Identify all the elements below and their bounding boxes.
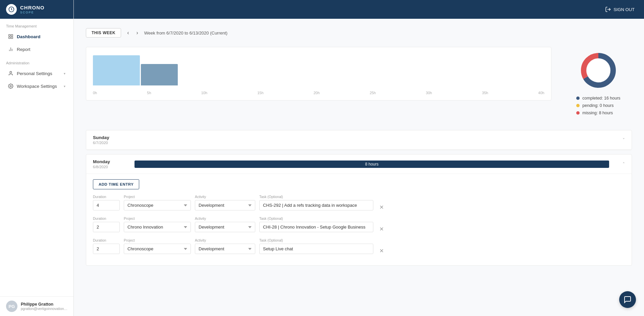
sidebar-item-report[interactable]: Report [2,43,71,55]
project-label-2: Project [124,216,191,220]
donut-chart [578,50,619,90]
sign-out-label: SIGN OUT [613,7,635,12]
legend-label-completed: completed: 16 hours [582,96,620,101]
chevron-down-icon-2: ▾ [64,84,65,88]
bar-chart: 0h 5h 10h 15h 20h 25h 30h 35h 40h [86,47,551,101]
duration-label-1: Duration [93,195,120,199]
day-info-sunday: Sunday 6/7/2020 [93,135,126,145]
svg-point-9 [10,85,11,87]
chart-section: 0h 5h 10h 15h 20h 25h 30h 35h 40h [86,47,632,118]
user-name: Philippe Gratton [21,302,68,307]
svg-rect-3 [9,37,10,39]
main-area: SIGN OUT THIS WEEK ‹ › Week from 6/7/202… [74,0,644,316]
sign-out-button[interactable]: SIGN OUT [605,6,635,12]
svg-rect-4 [11,37,13,39]
logo-icon [6,4,17,15]
legend-label-missing: missing: 8 hours [582,111,613,115]
activity-select-2[interactable]: Development Design [195,222,255,232]
time-entry-row-3: Duration Project Chronoscope Chrono Inno… [93,238,625,256]
task-input-1[interactable] [259,200,373,210]
duration-label-3: Duration [93,238,120,242]
entry-project-field-1: Project Chronoscope Chrono Innovation [124,195,191,210]
next-week-button[interactable]: › [135,29,140,37]
chart-axis: 0h 5h 10h 15h 20h 25h 30h 35h 40h [93,91,544,95]
day-header-sunday: Sunday 6/7/2020 ˅ [86,130,632,150]
app-name: CHRONO [20,5,45,10]
bar-missing [141,64,178,85]
project-select-2[interactable]: Chronoscope Chrono Innovation [124,222,191,232]
grid-icon [8,34,13,39]
bar-group [93,55,544,85]
donut-chart-section: completed: 16 hours pending: 0 hours mis… [565,47,632,118]
svg-rect-2 [11,35,13,36]
main-content: THIS WEEK ‹ › Week from 6/7/2020 to 6/13… [74,19,644,316]
legend-pending: pending: 0 hours [576,103,620,108]
section-administration: Administration [0,56,73,67]
legend-dot-pending [576,104,580,107]
monday-chevron-icon[interactable]: ˄ [623,162,625,167]
user-email: pgratton@vertigoinnovation.c... [21,307,68,311]
chat-bubble-button[interactable] [619,291,636,308]
report-label: Report [17,47,31,52]
prev-week-button[interactable]: ‹ [126,29,130,37]
entry-activity-field-2: Activity Development Design [195,216,255,232]
entry-duration-field-2: Duration [93,216,120,232]
duration-input-1[interactable] [93,200,120,210]
project-select-3[interactable]: Chronoscope Chrono Innovation [124,244,191,254]
entry-duration-field-1: Duration [93,195,120,210]
svg-point-8 [10,71,11,73]
sunday-date: 6/7/2020 [93,141,126,145]
activity-select-3[interactable]: Development Design [195,244,255,254]
delete-entry-button-1[interactable]: ✕ [377,202,386,212]
sidebar-item-workspace-settings[interactable]: Workspace Settings ▾ [2,80,71,92]
sidebar-item-personal-settings[interactable]: Personal Settings ▾ [2,67,71,79]
sidebar-item-dashboard[interactable]: Dashboard [2,30,71,43]
project-select-1[interactable]: Chronoscope Chrono Innovation [124,200,191,210]
day-header-monday: Monday 6/8/2020 8 hours ˄ [86,154,632,174]
entry-task-field-2: Task (Optional) [259,216,373,232]
activity-label-3: Activity [195,238,255,242]
task-input-2[interactable] [259,222,373,232]
donut-legend: completed: 16 hours pending: 0 hours mis… [576,96,620,118]
duration-input-2[interactable] [93,222,120,232]
delete-entry-button-3[interactable]: ✕ [377,246,386,256]
project-label-3: Project [124,238,191,242]
entry-project-field-3: Project Chronoscope Chrono Innovation [124,238,191,254]
legend-completed: completed: 16 hours [576,96,620,101]
task-label-3: Task (Optional) [259,238,373,242]
legend-dot-completed [576,97,580,100]
gear-icon [8,83,13,89]
monday-name: Monday [93,159,126,164]
activity-select-1[interactable]: Development Design [195,200,255,210]
entry-project-field-2: Project Chronoscope Chrono Innovation [124,216,191,232]
sunday-chevron-icon[interactable]: ˅ [623,137,625,143]
entries-area-monday: ADD TIME ENTRY Duration Project Chronosc… [86,174,632,265]
duration-label-2: Duration [93,216,120,220]
week-label: Week from 6/7/2020 to 6/13/2020 (Current… [144,30,227,36]
delete-entry-button-2[interactable]: ✕ [377,224,386,234]
week-navigator: THIS WEEK ‹ › Week from 6/7/2020 to 6/13… [86,28,632,38]
time-entry-row-1: Duration Project Chronoscope Chrono Inno… [93,195,625,212]
donut-hole [587,59,610,82]
legend-dot-missing [576,111,580,115]
legend-missing: missing: 8 hours [576,111,620,115]
entry-task-field-1: Task (Optional) [259,195,373,210]
avatar-initials: PG [9,304,15,309]
day-section-monday: Monday 6/8/2020 8 hours ˄ ADD TIME ENTRY… [86,154,632,266]
task-label-2: Task (Optional) [259,216,373,220]
sunday-name: Sunday [93,135,126,140]
bar-chart-inner [93,55,544,89]
task-input-3[interactable] [259,244,373,254]
duration-input-3[interactable] [93,244,120,254]
add-time-entry-button[interactable]: ADD TIME ENTRY [93,179,139,189]
this-week-button[interactable]: THIS WEEK [86,28,121,38]
monday-progress-bar: 8 hours [135,161,609,168]
monday-bar-container: 8 hours [135,161,609,168]
time-entry-row-2: Duration Project Chronoscope Chrono Inno… [93,216,625,234]
monday-date: 6/8/2020 [93,165,126,169]
chevron-down-icon: ▾ [64,72,65,75]
task-label-1: Task (Optional) [259,195,373,199]
day-info-monday: Monday 6/8/2020 [93,159,126,169]
entry-activity-field-1: Activity Development Design [195,195,255,210]
donut-svg [578,50,619,90]
